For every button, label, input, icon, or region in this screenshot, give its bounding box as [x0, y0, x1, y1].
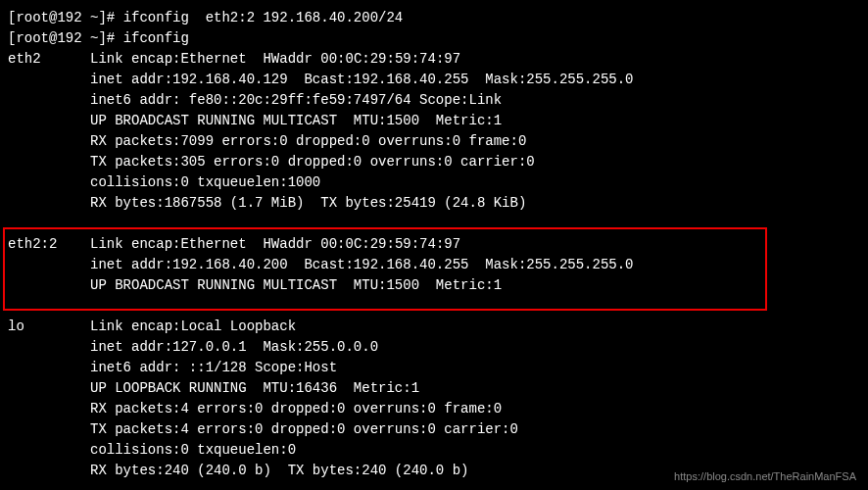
- output-line: UP LOOPBACK RUNNING MTU:16436 Metric:1: [8, 378, 860, 399]
- output-text: TX packets:305 errors:0 dropped:0 overru…: [90, 154, 535, 170]
- output-line: inet6 addr: fe80::20c:29ff:fe59:7497/64 …: [8, 90, 860, 111]
- output-text: Link encap:Ethernet HWaddr 00:0C:29:59:7…: [90, 236, 460, 252]
- output-line: inet addr:127.0.0.1 Mask:255.0.0.0: [8, 337, 860, 358]
- output-text: Link encap:Ethernet HWaddr 00:0C:29:59:7…: [90, 51, 460, 67]
- output-text: UP BROADCAST RUNNING MULTICAST MTU:1500 …: [90, 113, 502, 128]
- output-text: inet6 addr: ::1/128 Scope:Host: [90, 360, 337, 375]
- output-line: UP BROADCAST RUNNING MULTICAST MTU:1500 …: [8, 275, 860, 296]
- output-text: TX packets:4 errors:0 dropped:0 overruns…: [90, 421, 518, 437]
- output-text: Link encap:Local Loopback: [90, 318, 296, 334]
- iface-eth22-header: eth2:2 Link encap:Ethernet HWaddr 00:0C:…: [8, 234, 860, 255]
- blank-line: [8, 296, 860, 317]
- prompt: [root@192 ~]#: [8, 30, 123, 46]
- iface-name: lo: [8, 318, 24, 334]
- output-text: inet addr:192.168.40.200 Bcast:192.168.4…: [90, 257, 634, 272]
- output-line: collisions:0 txqueuelen:0: [8, 440, 860, 461]
- output-text: inet addr:192.168.40.129 Bcast:192.168.4…: [90, 72, 634, 87]
- output-line: TX packets:305 errors:0 dropped:0 overru…: [8, 152, 860, 172]
- output-line: inet addr:192.168.40.200 Bcast:192.168.4…: [8, 255, 860, 275]
- iface-name: eth2: [8, 51, 41, 67]
- output-text: UP LOOPBACK RUNNING MTU:16436 Metric:1: [90, 380, 419, 396]
- command-line-1: [root@192 ~]# ifconfig eth2:2 192.168.40…: [8, 8, 860, 28]
- output-line: inet addr:192.168.40.129 Bcast:192.168.4…: [8, 70, 860, 90]
- command: ifconfig eth2:2 192.168.40.200/24: [123, 10, 404, 25]
- output-text: inet addr:127.0.0.1 Mask:255.0.0.0: [90, 339, 378, 355]
- output-line: RX packets:7099 errors:0 dropped:0 overr…: [8, 131, 860, 152]
- output-text: UP BROADCAST RUNNING MULTICAST MTU:1500 …: [90, 277, 502, 293]
- blank-line: [8, 214, 860, 234]
- output-text: RX packets:4 errors:0 dropped:0 overruns…: [90, 401, 502, 416]
- output-line: inet6 addr: ::1/128 Scope:Host: [8, 358, 860, 378]
- output-line: UP BROADCAST RUNNING MULTICAST MTU:1500 …: [8, 111, 860, 131]
- output-text: inet6 addr: fe80::20c:29ff:fe59:7497/64 …: [90, 92, 502, 108]
- command-line-2: [root@192 ~]# ifconfig: [8, 28, 860, 49]
- iface-lo-header: lo Link encap:Local Loopback: [8, 317, 860, 337]
- iface-name: eth2:2: [8, 236, 57, 252]
- output-text: RX bytes:1867558 (1.7 MiB) TX bytes:2541…: [90, 195, 526, 211]
- output-text: collisions:0 txqueuelen:1000: [90, 174, 320, 190]
- output-text: collisions:0 txqueuelen:0: [90, 442, 296, 458]
- iface-eth2-header: eth2 Link encap:Ethernet HWaddr 00:0C:29…: [8, 49, 860, 70]
- watermark: https://blog.csdn.net/TheRainManFSA: [674, 468, 856, 485]
- output-line: collisions:0 txqueuelen:1000: [8, 172, 860, 193]
- output-line: TX packets:4 errors:0 dropped:0 overruns…: [8, 419, 860, 440]
- output-text: RX packets:7099 errors:0 dropped:0 overr…: [90, 133, 526, 149]
- output-text: RX bytes:240 (240.0 b) TX bytes:240 (240…: [90, 463, 468, 478]
- command: ifconfig: [123, 30, 189, 46]
- prompt: [root@192 ~]#: [8, 10, 123, 25]
- output-line: RX bytes:1867558 (1.7 MiB) TX bytes:2541…: [8, 193, 860, 214]
- output-line: RX packets:4 errors:0 dropped:0 overruns…: [8, 399, 860, 419]
